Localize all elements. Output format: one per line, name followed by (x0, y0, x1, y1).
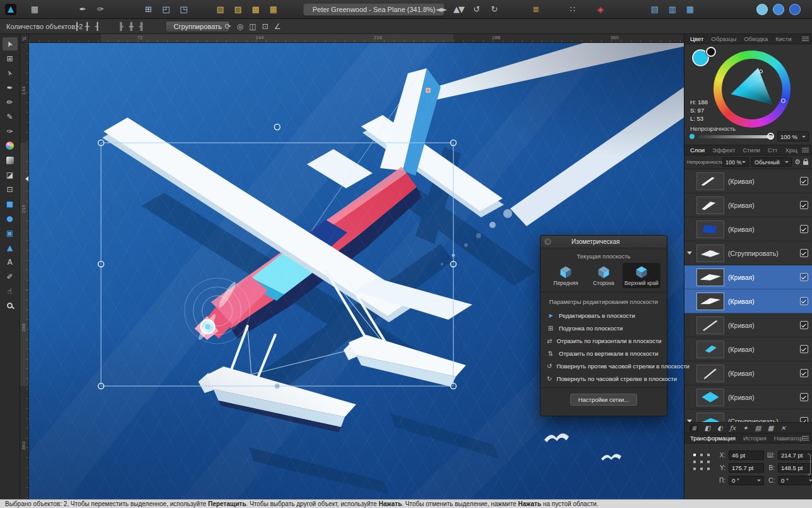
iso-menu-item[interactable]: ⇄ Отразить по горизонтали в плоскости (540, 334, 667, 347)
distribute-center-icon[interactable]: ╫ (129, 22, 133, 31)
distribute-right-icon[interactable]: ╢ (139, 22, 143, 31)
symbol-icon[interactable]: ✦ (741, 425, 749, 432)
group-button[interactable]: Сгруппировать (165, 21, 230, 32)
layer-visibility-checkbox[interactable] (800, 249, 808, 257)
iso-menu-item[interactable]: ↻ Повернуть по часовой стрелке в плоскос… (540, 372, 667, 385)
panel-tab[interactable]: Хрщ (782, 147, 800, 154)
layer-visibility-checkbox[interactable] (800, 177, 808, 185)
transform-anchor-selector[interactable] (691, 451, 712, 473)
move-to-front-icon[interactable]: ▦ (684, 4, 695, 14)
pixel-grid-icon[interactable]: ∷ (567, 4, 577, 14)
insert-behind-icon[interactable]: ▧ (215, 4, 225, 14)
isometric-grid-icon[interactable]: ◰ (160, 4, 170, 14)
panel-tab[interactable]: Трансформация (687, 435, 739, 442)
layer-row[interactable]: (Кривая) (684, 193, 812, 217)
ruler-unit-label[interactable]: pt (20, 34, 29, 43)
account-avatar[interactable] (789, 4, 801, 15)
layer-visibility-checkbox[interactable] (800, 417, 808, 422)
rotation-input[interactable]: 0 ° (729, 476, 764, 485)
panel-tab[interactable]: Навигатор (771, 435, 806, 442)
erase-tool[interactable]: ◪ (3, 168, 18, 181)
alignment-icon[interactable]: ≣ (530, 4, 540, 14)
opacity-slider[interactable] (698, 135, 773, 138)
rectangle-tool[interactable]: ■ (3, 197, 18, 210)
grid-settings-button[interactable]: Настройки сетки... (570, 394, 638, 406)
layer-visibility-checkbox[interactable] (800, 297, 808, 305)
layer-opacity-dropdown[interactable]: 100 % (722, 157, 749, 167)
delete-layer-icon[interactable]: ✕ (779, 425, 787, 432)
snapping-icon[interactable]: ◈ (595, 4, 605, 14)
layer-row[interactable]: (Сгруппировать) (684, 241, 812, 265)
fill-tool[interactable] (3, 139, 18, 152)
hue-selector[interactable] (781, 99, 785, 103)
move-inside-icon[interactable]: ▥ (667, 4, 677, 14)
mask-layer-icon[interactable]: ◧ (703, 425, 711, 432)
panel-tab[interactable]: Стили (739, 147, 763, 154)
iso-menu-item[interactable]: ⇅ Отразить по вертикали в плоскости (540, 347, 667, 360)
layer-row[interactable]: (Кривая) (684, 265, 812, 289)
plane-front-button[interactable]: Передняя (547, 263, 585, 288)
layer-visibility-checkbox[interactable] (800, 321, 808, 329)
new-layer-icon[interactable]: ▤ (754, 425, 761, 432)
flip-horizontal-icon[interactable]: ◄► (436, 4, 446, 14)
hand-tool[interactable]: ☝ (3, 284, 18, 298)
layer-visibility-checkbox[interactable] (800, 201, 808, 209)
pen-tool[interactable]: ✒ (3, 81, 18, 94)
panel-tab[interactable]: Образцы (708, 35, 739, 42)
y-input[interactable]: 175.7 pt (729, 463, 764, 473)
lock-icon[interactable] (803, 161, 808, 165)
panel-tab[interactable]: История (740, 435, 770, 442)
cloud-avatar[interactable] (773, 4, 784, 15)
transform-origin-icon[interactable]: ◎ (237, 22, 243, 31)
ellipse-tool[interactable]: ● (3, 212, 18, 225)
artboard-tool[interactable]: ⊞ (3, 52, 18, 65)
panel-tab[interactable]: Обводка (741, 35, 771, 42)
horizontal-ruler[interactable]: 72144216288360 (29, 34, 684, 43)
expand-arrow-icon[interactable] (687, 250, 693, 256)
layer-visibility-checkbox[interactable] (800, 345, 808, 353)
iso-menu-item[interactable]: ➤ Редактировать в плоскости (540, 309, 667, 322)
close-icon[interactable] (544, 238, 551, 245)
rounded-rectangle-tool[interactable]: ▣ (3, 226, 18, 239)
vertical-ruler[interactable]: 144216288360 (20, 43, 29, 499)
panel-menu-icon[interactable] (802, 37, 809, 42)
grid-icon[interactable]: ⊞ (143, 4, 153, 14)
flip-vertical-icon[interactable]: ▲▼ (453, 4, 463, 14)
pixel-persona-icon[interactable]: ✑ (95, 4, 105, 14)
height-input[interactable]: 148.5 pt (778, 463, 812, 473)
paint-brush-tool[interactable]: ✑ (3, 124, 18, 138)
share-avatar[interactable] (756, 4, 768, 15)
panel-tab[interactable]: Стт (765, 147, 781, 154)
align-center-icon[interactable]: ╂ (85, 22, 89, 31)
layer-row[interactable]: (Кривая) (684, 361, 812, 385)
panel-menu-icon[interactable] (802, 148, 809, 153)
panel-tab[interactable]: Слои (687, 147, 708, 154)
vector-brush-tool[interactable]: ✎ (3, 110, 18, 123)
pencil-tool[interactable]: ✏ (3, 95, 18, 109)
distribute-left-icon[interactable]: ╟ (119, 22, 123, 31)
zoom-tool[interactable] (3, 299, 18, 312)
bounds-icon[interactable]: ⊡ (262, 22, 268, 31)
blend-mode-dropdown[interactable]: Обычный (751, 157, 792, 167)
layer-row[interactable]: (Кривая) (684, 313, 812, 337)
designer-persona-icon[interactable]: ✒ (77, 4, 87, 14)
move-to-back-icon[interactable]: ▤ (649, 4, 659, 14)
layer-row[interactable]: (Кривая) (684, 217, 812, 241)
layer-row[interactable]: (Кривая) (684, 289, 812, 313)
new-group-icon[interactable]: ▦ (767, 425, 774, 432)
transparency-tool[interactable] (3, 154, 18, 167)
rotate-cw-icon[interactable]: ↻ (489, 4, 499, 14)
layer-row[interactable]: (Кривая) (684, 169, 812, 193)
move-tool[interactable]: ➤ (3, 37, 18, 51)
align-right-icon[interactable]: ┨ (95, 22, 99, 31)
layer-effects-icon[interactable]: ƒx (729, 425, 736, 432)
adjustment-layer-icon[interactable]: ◐ (716, 425, 724, 432)
panel-tab[interactable]: Кисти (772, 35, 794, 42)
triangle-tool[interactable]: ▲ (3, 241, 18, 254)
layer-visibility-checkbox[interactable] (800, 273, 808, 281)
iso-menu-item[interactable]: ↺ Повернуть против часовой стрелки в пло… (540, 360, 667, 372)
layer-visibility-checkbox[interactable] (800, 369, 808, 377)
panel-menu-icon[interactable] (802, 436, 809, 441)
rotation-icon[interactable]: ⟳ (225, 22, 231, 31)
panel-tab[interactable]: Цвет (687, 35, 707, 42)
